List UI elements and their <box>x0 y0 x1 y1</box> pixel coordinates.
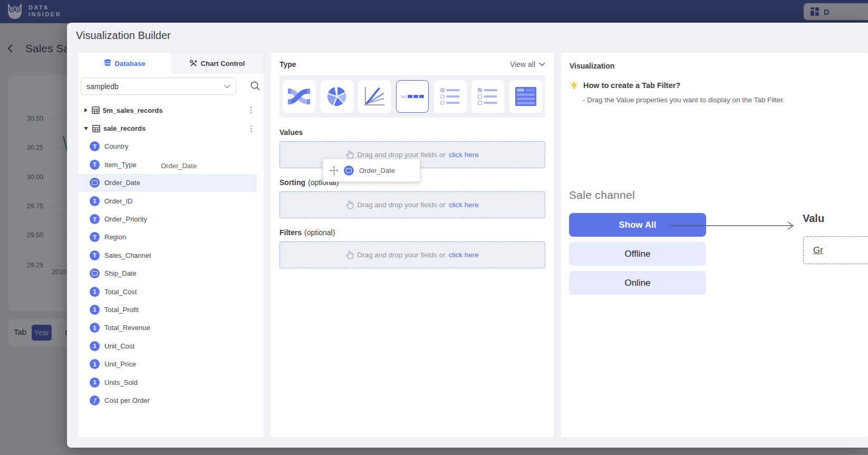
field-name: Unit_Price <box>104 360 136 368</box>
tab-chart-control-label: Chart Control <box>201 60 245 67</box>
tree-field-row[interactable]: Ship_Date <box>78 265 257 283</box>
date-field-icon <box>90 178 100 188</box>
dragged-field-chip[interactable]: Order_Date <box>323 159 420 182</box>
tree-field-row[interactable]: 1Unit_Cost <box>78 337 257 355</box>
chart-type-table[interactable] <box>509 80 542 113</box>
number-field-icon: 1 <box>90 287 100 297</box>
view-all-button[interactable]: View all <box>510 60 545 69</box>
preview-button-online[interactable]: Online <box>569 271 706 295</box>
text-field-icon: T <box>90 160 100 170</box>
chevron-down-icon <box>224 84 230 89</box>
tree-table-row[interactable]: 5m_sales_records ⋮ <box>78 101 264 119</box>
schema-tree: 5m_sales_records ⋮ sale_records ⋮ TCount… <box>78 101 264 410</box>
tree-field-row[interactable]: ƒCost per Order <box>78 391 257 409</box>
drag-hand-icon <box>346 150 354 159</box>
number-field-icon: 1 <box>90 305 100 315</box>
chart-type-pie[interactable] <box>321 80 353 113</box>
lightbulb-icon <box>570 81 578 90</box>
text-field-icon: T <box>90 141 100 151</box>
field-name: Order_Priority <box>104 215 147 223</box>
preview-heading: Sale channel <box>569 189 706 201</box>
text-field-icon: T <box>90 214 100 224</box>
owl-logo-icon <box>6 2 23 20</box>
field-name: Total_Revenue <box>104 324 150 332</box>
tree-field-row[interactable]: 1Total_Cost <box>78 283 257 301</box>
caret-right-icon[interactable] <box>84 108 88 112</box>
dropzone-click-here-link[interactable]: click here <box>449 251 479 259</box>
pie-chart-icon <box>326 85 348 108</box>
brand-line-1: DATA <box>28 4 61 11</box>
sorting-section-label: Sorting <box>279 178 305 187</box>
database-select[interactable]: sampledb <box>81 78 236 95</box>
annotation-link[interactable]: Gr <box>813 245 823 256</box>
chart-type-strip: Tab <box>279 75 545 118</box>
field-name: Region <box>104 233 126 241</box>
table-icon <box>92 125 100 132</box>
dashboard-button[interactable]: D <box>804 3 868 20</box>
filters-dropzone[interactable]: Drag and drop your fields or click here <box>279 241 545 268</box>
tip-body: - Drag the Value properties you want to … <box>583 96 868 104</box>
database-panel: Database Chart Control sampledb <box>78 53 264 437</box>
tree-field-row[interactable]: 1Total_Revenue <box>78 319 257 337</box>
top-navbar: DATA INSIDER D <box>0 0 868 23</box>
dropzone-click-here-link[interactable]: click here <box>449 201 479 209</box>
svg-text:Tab: Tab <box>400 95 406 99</box>
database-icon <box>104 59 111 67</box>
tree-table-row[interactable]: sale_records ⋮ <box>78 119 264 137</box>
number-field-icon: 1 <box>90 377 100 388</box>
chart-type-line[interactable] <box>358 80 391 113</box>
chart-type-tab-filter[interactable]: Tab <box>396 80 429 113</box>
visualization-section-label: Visualization <box>570 62 614 70</box>
tree-field-row-selected[interactable]: Order_Date <box>78 174 257 192</box>
tree-field-row[interactable]: TCountry <box>78 138 257 156</box>
move-icon <box>330 166 339 175</box>
annotation-heading: Valu <box>803 212 824 225</box>
annotation-dashed-box: Gr <box>803 236 868 264</box>
checkbox-list-icon <box>477 88 498 105</box>
tree-field-row[interactable]: TSales_Channel <box>78 246 257 264</box>
tree-field-row[interactable]: 1Unit_Price <box>78 355 257 373</box>
function-field-icon: ƒ <box>90 395 100 405</box>
drag-hand-icon <box>346 250 354 259</box>
dragged-field-label: Order_Date <box>359 167 395 175</box>
dropzone-click-here-link[interactable]: click here <box>449 151 479 159</box>
line-chart-icon <box>363 86 385 107</box>
tab-database-label: Database <box>115 60 146 67</box>
visualization-panel: Visualization How to create a Tab Filter… <box>561 53 868 437</box>
sorting-dropzone[interactable]: Drag and drop your fields or click here <box>279 191 545 218</box>
database-select-value: sampledb <box>86 82 119 91</box>
brand[interactable]: DATA INSIDER <box>6 2 61 20</box>
preview-button-offline[interactable]: Offline <box>569 242 706 266</box>
number-field-icon: 1 <box>90 341 100 351</box>
tree-field-row[interactable]: 1Units_Sold <box>78 373 257 391</box>
chart-type-radio-list[interactable] <box>434 80 467 113</box>
field-name: Order_ID <box>104 197 132 205</box>
chart-type-checkbox-list[interactable] <box>471 80 504 113</box>
tip-title: How to create a Tab Filter? <box>583 81 680 90</box>
text-field-icon: T <box>90 250 100 260</box>
tab-database[interactable]: Database <box>78 53 171 74</box>
tab-chart-control[interactable]: Chart Control <box>171 53 264 74</box>
tree-field-row[interactable]: 1Total_Profit <box>78 301 257 318</box>
dropzone-text: Drag and drop your fields or <box>357 251 445 259</box>
view-all-label: View all <box>510 60 535 69</box>
tree-field-row[interactable]: TOrder_Priority <box>78 210 257 228</box>
tools-icon <box>190 60 197 67</box>
values-section-label: Values <box>279 128 303 137</box>
field-name: Country <box>104 142 129 150</box>
table-name: 5m_sales_records <box>103 107 162 114</box>
dashboard-button-label: D <box>824 7 830 16</box>
tab-filter-preview: Sale channel Show All Offline Online <box>569 189 706 295</box>
number-field-icon: 1 <box>90 323 100 333</box>
text-field-icon: T <box>90 232 100 242</box>
chart-type-sankey[interactable] <box>283 80 315 113</box>
table-chart-icon <box>515 86 537 107</box>
tree-field-row[interactable]: TRegion <box>78 228 257 246</box>
tree-field-row[interactable]: 1Order_ID <box>78 192 257 210</box>
kebab-menu-icon[interactable]: ⋮ <box>247 124 255 133</box>
filters-section-label: Filters <box>279 228 302 237</box>
search-icon[interactable] <box>249 80 261 92</box>
kebab-menu-icon[interactable]: ⋮ <box>247 105 255 115</box>
caret-down-icon[interactable] <box>84 127 88 130</box>
table-icon <box>92 107 100 114</box>
